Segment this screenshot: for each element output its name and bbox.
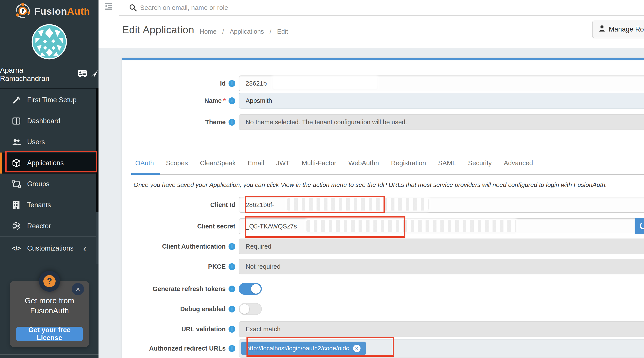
tab-advanced[interactable]: Advanced	[504, 159, 533, 167]
sidebar-item-applications[interactable]: Applications	[0, 152, 98, 174]
help-bubble[interactable]: ?	[39, 271, 60, 292]
info-icon[interactable]: i	[228, 345, 235, 352]
page-header: Edit Application Home / Applications / E…	[98, 16, 644, 48]
send-icon[interactable]	[90, 70, 98, 79]
info-icon[interactable]: i	[228, 98, 235, 104]
sidebar-item-dashboard[interactable]: Dashboard	[0, 110, 96, 132]
close-icon: ×	[76, 285, 80, 294]
name-label: Name*i	[122, 93, 235, 108]
sidebar-item-label: Reactor	[27, 222, 51, 230]
chevron-left-icon: ‹	[83, 244, 96, 253]
tab-registration[interactable]: Registration	[391, 159, 426, 167]
sidebar-user: Aparna Ramachandran	[0, 66, 98, 83]
field-row-name: Name*i Appsmith	[122, 93, 644, 108]
tab-underline	[160, 174, 644, 174]
tab-email[interactable]: Email	[248, 159, 264, 167]
topbar	[98, 0, 644, 16]
required-mark: *	[223, 97, 226, 104]
user-name: Aparna Ramachandran	[0, 66, 74, 83]
sidebar-scrollbar-thumb[interactable]	[96, 212, 98, 264]
info-icon[interactable]: i	[228, 80, 235, 87]
promo-close-button[interactable]: ×	[72, 283, 84, 295]
tab-oauth[interactable]: OAuth	[135, 159, 154, 167]
promo-card: ? × Get more from FusionAuth Get your fr…	[10, 281, 89, 347]
info-icon[interactable]: i	[228, 263, 235, 270]
breadcrumb-applications[interactable]: Applications	[230, 28, 264, 35]
promo-title: Get more from FusionAuth	[10, 296, 89, 316]
breadcrumb-home[interactable]: Home	[200, 28, 216, 35]
sidebar-item-label: Tenants	[27, 201, 51, 209]
toggle-knob	[240, 304, 249, 314]
info-icon[interactable]: i	[228, 243, 235, 250]
breadcrumb-edit: Edit	[277, 28, 288, 35]
refresh-icon	[638, 221, 644, 232]
tab-jwt[interactable]: JWT	[276, 159, 290, 167]
field-row-theme: Themei No theme selected. The tenant con…	[122, 114, 644, 130]
search-input[interactable]	[140, 0, 359, 15]
sidebar-item-customizations[interactable]: </> Customizations ‹	[0, 238, 96, 259]
users-icon	[12, 138, 21, 146]
authorized-redirect-urls-label: Authorized redirect URLsi	[122, 339, 235, 358]
dashboard-icon	[12, 118, 21, 124]
theme-label: Themei	[122, 114, 235, 130]
question-mark-icon: ?	[43, 275, 56, 287]
client-id-label: Client Id	[122, 197, 235, 213]
client-authentication-label: Client Authenticationi	[122, 238, 235, 254]
sidebar-item-label: Customizations	[27, 244, 74, 252]
name-field[interactable]: Appsmith	[238, 93, 644, 108]
oauth-note: Once you have saved your Application, yo…	[134, 181, 607, 188]
tab-multi-factor[interactable]: Multi-Factor	[302, 159, 336, 167]
sidebar-item-label: Applications	[27, 159, 64, 167]
breadcrumb-separator: /	[222, 28, 224, 35]
info-icon[interactable]: i	[228, 306, 235, 312]
client-authentication-select[interactable]: Required	[238, 238, 644, 254]
fusionauth-logo[interactable]: FusionAuth	[15, 3, 90, 20]
sidebar-item-reactor[interactable]: Reactor	[0, 216, 96, 236]
get-free-license-button[interactable]: Get your free License	[16, 327, 83, 341]
tab-cleanspeak[interactable]: CleanSpeak	[200, 159, 236, 167]
theme-field: No theme selected. The tenant configurat…	[238, 114, 644, 130]
breadcrumb: Home / Applications / Edit	[200, 28, 288, 35]
sidebar-item-tenants[interactable]: Tenants	[0, 194, 96, 216]
sidebar-item-groups[interactable]: Groups	[0, 174, 96, 194]
info-icon[interactable]: i	[228, 119, 235, 126]
user-avatar[interactable]	[32, 24, 67, 60]
field-row-client-authentication: Client Authenticationi Required	[122, 238, 644, 254]
url-validation-select[interactable]: Exact match	[238, 321, 644, 337]
regenerate-secret-button[interactable]	[635, 218, 644, 234]
building-icon	[12, 201, 21, 209]
active-tab-indicator	[131, 173, 160, 174]
fusionauth-logo-icon	[15, 3, 31, 20]
breadcrumb-separator: /	[270, 28, 272, 35]
tab-webauthn[interactable]: WebAuthn	[348, 159, 379, 167]
contact-card-icon[interactable]	[78, 70, 87, 78]
pkce-select[interactable]: Not required	[238, 259, 644, 274]
url-validation-label: URL validationi	[122, 321, 235, 337]
generate-refresh-tokens-toggle[interactable]	[238, 283, 262, 295]
redaction-overlay-client-secret	[306, 220, 516, 232]
manage-roles-button[interactable]: Manage Roles	[592, 20, 644, 38]
sidebar-scrollbar-track[interactable]	[96, 88, 98, 212]
field-row-id: Idi 28621b	[122, 76, 644, 91]
sidebar-item-label: Groups	[27, 180, 50, 188]
field-row-debug-enabled: Debug enabledi	[122, 301, 644, 317]
sidebar: FusionAuth	[0, 0, 98, 358]
sidebar-item-first-time-setup[interactable]: First Time Setup	[0, 90, 96, 110]
redirect-url-tag[interactable]: http://localhost/login/oauth2/code/oidc …	[241, 342, 366, 355]
info-icon[interactable]: i	[228, 286, 235, 292]
search-icon	[129, 4, 137, 13]
fusionauth-admin-page: FusionAuth	[0, 0, 644, 358]
reactor-icon	[12, 222, 21, 230]
object-group-icon	[12, 180, 21, 188]
tab-security[interactable]: Security	[468, 159, 492, 167]
debug-enabled-label: Debug enabledi	[122, 301, 235, 317]
collapse-sidebar-icon[interactable]	[104, 3, 112, 10]
debug-enabled-toggle[interactable]	[238, 303, 262, 315]
manage-roles-label: Manage Roles	[609, 26, 644, 33]
sidebar-item-users[interactable]: Users	[0, 132, 96, 152]
tab-saml[interactable]: SAML	[438, 159, 456, 167]
tab-scopes[interactable]: Scopes	[166, 159, 188, 167]
info-icon[interactable]: i	[228, 326, 235, 332]
authorized-redirect-urls-field[interactable]: http://localhost/login/oauth2/code/oidc …	[238, 339, 644, 358]
remove-tag-icon[interactable]: ✕	[353, 345, 360, 352]
